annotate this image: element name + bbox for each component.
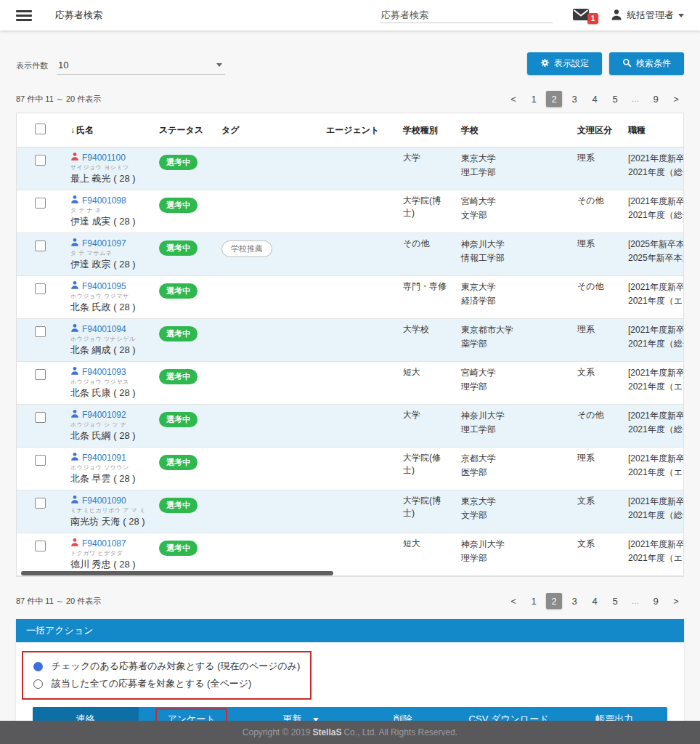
school-cell: 神奈川大学 理工学部 — [454, 405, 570, 448]
gear-icon — [540, 58, 550, 70]
page-next-button[interactable]: > — [668, 593, 684, 609]
person-icon — [70, 195, 79, 206]
row-checkbox[interactable] — [35, 155, 46, 166]
status-cell: 選考中 — [152, 190, 214, 233]
applicant-id-link[interactable]: F94001087 — [82, 538, 126, 549]
page-button[interactable]: 9 — [648, 593, 664, 609]
job-line: 2021年度（総合職 — [628, 209, 684, 222]
table-row: F94001094 ホウジョウ ツナシゲル 北条 綱成 ( 28 ) 選考中 大… — [17, 319, 684, 362]
school-type-cell: 大学 — [396, 405, 454, 448]
search-conditions-button[interactable]: 検索条件 — [609, 52, 684, 75]
row-checkbox[interactable] — [35, 498, 46, 509]
page-button[interactable]: 4 — [587, 91, 603, 107]
job-line: 2021年度（エンジ — [628, 551, 684, 565]
column-header-name[interactable]: ↓氏名 — [63, 113, 152, 147]
target-scope-radio[interactable]: 該当した全ての応募者を対象とする (全ページ) — [33, 675, 300, 692]
page-button[interactable]: 1 — [526, 593, 542, 609]
page-button[interactable]: 4 — [587, 593, 603, 609]
name-cell: F94001097 タ テ マサムネ 伊達 政宗 ( 28 ) — [63, 233, 152, 276]
target-scope-radio[interactable]: チェックのある応募者のみ対象とする (現在のページのみ) — [33, 658, 300, 675]
page-button[interactable]: 2 — [546, 91, 562, 107]
tag-cell — [214, 405, 319, 448]
result-summary: 87 件中 11 ～ 20 件表示 — [16, 596, 101, 607]
job-line: [2021年度新卒採用 — [628, 409, 684, 423]
row-checkbox-cell — [17, 448, 63, 490]
school-cell: 神奈川大学 情報工学部 — [454, 233, 570, 276]
applicant-id-link[interactable]: F94001092 — [82, 410, 126, 420]
school-type-cell: 大学 — [396, 147, 454, 190]
pagination: <12345…9> — [505, 593, 684, 609]
school-name: 宮崎大学 — [461, 366, 563, 380]
applicant-id-link[interactable]: F94001090 — [82, 496, 126, 506]
applicant-id-link[interactable]: F94001094 — [82, 324, 126, 334]
applicant-id-link[interactable]: F94001091 — [82, 453, 126, 463]
tag-cell — [214, 448, 319, 490]
per-page-select[interactable]: 10 — [57, 58, 225, 75]
page-button[interactable]: 9 — [648, 91, 664, 107]
radio-selected-icon[interactable] — [33, 662, 43, 671]
bunri-cell: 理系 — [570, 448, 621, 490]
applicant-name: 伊達 成実 ( 28 ) — [70, 215, 145, 228]
row-checkbox[interactable] — [35, 541, 46, 551]
user-menu[interactable]: 統括管理者 — [611, 9, 684, 23]
page-button[interactable]: 2 — [546, 593, 562, 609]
horizontal-scrollbar[interactable] — [21, 571, 333, 575]
row-checkbox[interactable] — [35, 369, 46, 380]
page-prev-button[interactable]: < — [505, 593, 521, 609]
row-checkbox[interactable] — [35, 198, 46, 209]
name-kana: ホウジョウ ウジヤス — [70, 378, 145, 386]
applicant-id-link[interactable]: F94001097 — [82, 238, 126, 248]
page-button[interactable]: 3 — [566, 593, 582, 609]
page-button[interactable]: 3 — [566, 91, 582, 107]
page-prev-button[interactable]: < — [505, 91, 521, 107]
radio-label: チェックのある応募者のみ対象とする (現在のページのみ) — [52, 660, 300, 673]
page-next-button[interactable]: > — [668, 91, 684, 107]
copyright-text: Copyright © 2019 — [243, 727, 311, 737]
person-icon — [70, 495, 79, 506]
agent-cell — [319, 319, 396, 362]
mail-icon[interactable]: 1 — [573, 9, 589, 23]
row-checkbox[interactable] — [35, 412, 46, 423]
table-row: F94001090 ミナミヒカリボウ ア マ ミ 南光坊 天海 ( 28 ) 選… — [17, 490, 684, 533]
header-search-input[interactable] — [380, 7, 553, 23]
agent-cell — [319, 533, 396, 576]
name-kana: ホウジョウ ツナシゲル — [70, 335, 145, 343]
job-line: [2021年度新卒採用 — [628, 323, 684, 337]
school-type-cell: 大学院(博士) — [396, 490, 454, 533]
page-button[interactable]: 1 — [526, 91, 542, 107]
row-checkbox[interactable] — [35, 283, 46, 294]
radio-unselected-icon[interactable] — [33, 679, 43, 689]
page-button[interactable]: 5 — [607, 91, 623, 107]
column-header-school: 学校 — [454, 113, 570, 147]
select-all-checkbox[interactable] — [35, 124, 46, 134]
menu-icon[interactable] — [16, 10, 32, 21]
applicant-id-link[interactable]: F94001093 — [82, 367, 126, 377]
app-header: 応募者検索 1 統括管理者 — [0, 0, 700, 31]
display-settings-label: 表示設定 — [554, 57, 589, 70]
display-settings-button[interactable]: 表示設定 — [527, 52, 602, 75]
row-checkbox-cell — [17, 190, 63, 233]
page-button[interactable]: 5 — [607, 593, 623, 609]
school-name: 神奈川大学 — [461, 538, 563, 551]
tag-cell — [214, 147, 319, 190]
row-checkbox-cell — [17, 276, 63, 319]
footer: Copyright © 2019 StellaS Co., Ltd. All R… — [0, 721, 700, 744]
target-scope-group: チェックのある応募者のみ対象とする (現在のページのみ)該当した全ての応募者を対… — [22, 651, 312, 700]
tag-badge: 学校推薦 — [221, 240, 272, 257]
row-checkbox[interactable] — [35, 455, 46, 466]
name-cell: F94001098 タ テ ナ ネ 伊達 成実 ( 28 ) — [63, 190, 152, 233]
school-type-cell: 短大 — [396, 533, 454, 576]
applicant-id-link[interactable]: F94001095 — [82, 281, 126, 291]
applicant-id-link[interactable]: F94001100 — [82, 153, 126, 163]
person-icon — [70, 152, 79, 163]
applicant-id-link[interactable]: F94001098 — [82, 195, 126, 206]
name-kana: タ テ ナ ネ — [70, 206, 145, 214]
status-badge: 選考中 — [159, 198, 198, 213]
row-checkbox[interactable] — [35, 240, 46, 251]
agent-cell — [319, 147, 396, 190]
agent-cell — [319, 405, 396, 448]
row-checkbox[interactable] — [35, 326, 46, 337]
status-badge: 選考中 — [159, 541, 198, 556]
school-faculty: 薬学部 — [461, 337, 563, 351]
applicant-name: 北条 綱成 ( 28 ) — [70, 344, 145, 357]
